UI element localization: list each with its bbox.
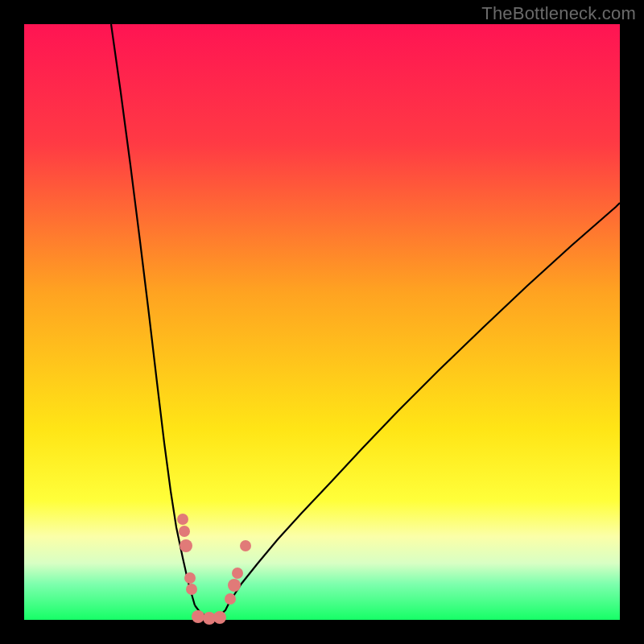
- left-dot-4: [184, 572, 196, 584]
- plot-area: [24, 24, 620, 620]
- valley-dot-3: [213, 611, 226, 624]
- left-dot-1: [177, 514, 188, 525]
- right-dot-1: [225, 593, 236, 605]
- watermark-label: TheBottleneck.com: [481, 3, 636, 24]
- left-dot-2: [179, 526, 190, 537]
- right-dot-4: [240, 540, 251, 551]
- curve-right-branch: [229, 203, 620, 602]
- dot-group: [177, 514, 251, 625]
- right-dot-3: [232, 568, 243, 579]
- curve-svg: [24, 24, 620, 620]
- valley-dot-1: [192, 610, 204, 623]
- left-dot-3: [180, 539, 192, 552]
- right-dot-2: [228, 579, 241, 592]
- left-dot-5: [186, 584, 197, 595]
- outer-frame: TheBottleneck.com: [0, 0, 644, 644]
